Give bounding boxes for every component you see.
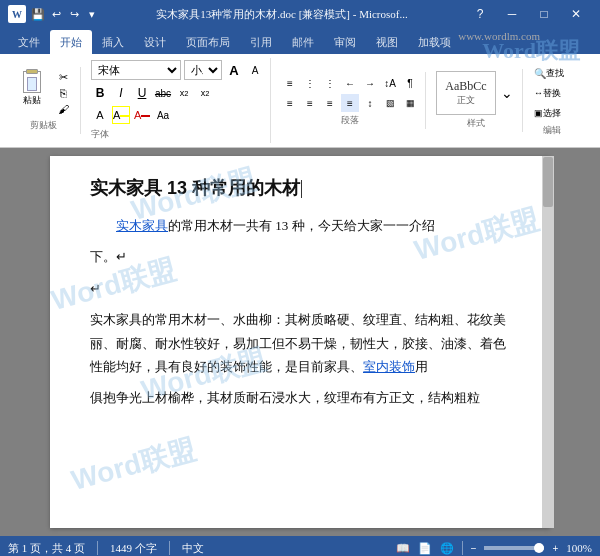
font-color-button[interactable]: A <box>133 106 151 124</box>
style-label: 样式 <box>467 117 485 130</box>
tab-addins[interactable]: 加载项 <box>408 30 461 54</box>
style-dropdown-button[interactable]: ⌄ <box>498 71 516 115</box>
paragraph-label: 段落 <box>341 114 359 127</box>
cursor <box>301 180 302 198</box>
zoom-slider[interactable] <box>484 546 544 550</box>
numbering-button[interactable]: ⋮ <box>301 74 319 92</box>
font-name-select[interactable]: 宋体 <box>91 60 181 80</box>
para-row1: ≡ ⋮ ⋮ ← → ↕A ¶ <box>281 74 419 92</box>
bold-button[interactable]: B <box>91 84 109 102</box>
case-button[interactable]: Aa <box>154 106 172 124</box>
style-group: AaBbCc 正文 ⌄ 样式 <box>430 69 523 132</box>
strikethrough-button[interactable]: abc <box>154 84 172 102</box>
subscript-button[interactable]: x2 <box>175 84 193 102</box>
word-count: 1449 个字 <box>110 541 157 556</box>
document-page: Word联盟 Word联盟 Word联盟 Word联盟 Word联盟 实木家具 … <box>50 156 550 528</box>
intro-link-shumu[interactable]: 实木家具 <box>116 218 168 233</box>
ribbon-content: 粘贴 ✂ ⎘ 🖌 剪贴板 宋体 小二 A A B I U abc x <box>0 54 600 148</box>
tab-design[interactable]: 设计 <box>134 30 176 54</box>
select-button[interactable]: ▣ 选择 <box>531 104 573 122</box>
edit-label: 编辑 <box>543 124 561 137</box>
shading-button[interactable]: ▧ <box>381 94 399 112</box>
clear-format-button[interactable]: A <box>91 106 109 124</box>
language: 中文 <box>182 541 204 556</box>
window-title: 实木家具13种常用的木材.doc [兼容模式] - Microsof... <box>100 7 464 22</box>
increase-indent-button[interactable]: → <box>361 74 379 92</box>
align-center-button[interactable]: ≡ <box>301 94 319 112</box>
paste-label: 粘贴 <box>23 94 41 107</box>
tab-mailings[interactable]: 邮件 <box>282 30 324 54</box>
show-marks-button[interactable]: ¶ <box>401 74 419 92</box>
tab-references[interactable]: 引用 <box>240 30 282 54</box>
line-spacing-button[interactable]: ↕ <box>361 94 379 112</box>
intro-suffix: 下。↵ <box>90 245 510 268</box>
intro-middle: 的常用木材一共有 13 种，今天给大家一一介绍 <box>168 218 435 233</box>
tab-pagelayout[interactable]: 页面布局 <box>176 30 240 54</box>
paste-button[interactable]: 粘贴 <box>12 69 52 107</box>
customize-button[interactable]: ▾ <box>84 6 100 22</box>
decrease-indent-button[interactable]: ← <box>341 74 359 92</box>
sort-button[interactable]: ↕A <box>381 74 399 92</box>
tab-file[interactable]: 文件 <box>8 30 50 54</box>
tab-view[interactable]: 视图 <box>366 30 408 54</box>
font-grow-button[interactable]: A <box>225 61 243 79</box>
zoom-thumb <box>534 543 544 553</box>
status-bar: 第 1 页，共 4 页 1449 个字 中文 📖 📄 🌐 − + 100% <box>0 536 600 556</box>
view-page-button[interactable]: 📄 <box>418 542 432 555</box>
font-size-select[interactable]: 小二 <box>184 60 222 80</box>
tab-review[interactable]: 审阅 <box>324 30 366 54</box>
help-button[interactable]: ? <box>464 4 496 24</box>
underline-button[interactable]: U <box>133 84 151 102</box>
restore-button[interactable]: □ <box>528 4 560 24</box>
replace-button[interactable]: ↔ 替换 <box>531 84 573 102</box>
clipboard-label: 剪贴板 <box>30 119 57 132</box>
undo-button[interactable]: ↩ <box>48 6 64 22</box>
font-row2: B I U abc x2 x2 <box>91 84 264 102</box>
clipboard-group: 粘贴 ✂ ⎘ 🖌 剪贴板 <box>6 67 81 134</box>
blank-para: ↵ <box>90 277 510 300</box>
scrollbar[interactable] <box>542 156 554 528</box>
body-link-indoor[interactable]: 室内装饰 <box>363 359 415 374</box>
document-container: Word联盟 Word联盟 Word联盟 Word联盟 Word联盟 实木家具 … <box>0 148 600 536</box>
copy-button[interactable]: ⎘ <box>54 85 72 101</box>
find-button[interactable]: 🔍 查找 <box>531 64 573 82</box>
font-shrink-button[interactable]: A <box>246 61 264 79</box>
page-info: 第 1 页，共 4 页 <box>8 541 85 556</box>
cut-button[interactable]: ✂ <box>54 69 72 85</box>
watermark-5: Word联盟 <box>67 430 200 500</box>
status-right: 📖 📄 🌐 − + 100% <box>396 541 592 555</box>
save-button[interactable]: 💾 <box>30 6 46 22</box>
body-paragraph: 实木家具的常用木材一、水曲柳：其树质略硬、纹理直、结构粗、花纹美丽、耐腐、耐水性… <box>90 308 510 378</box>
align-right-button[interactable]: ≡ <box>321 94 339 112</box>
zoom-level: 100% <box>566 542 592 554</box>
tab-insert[interactable]: 插入 <box>92 30 134 54</box>
style-normal-box[interactable]: AaBbCc 正文 <box>436 71 496 115</box>
font-group: 宋体 小二 A A B I U abc x2 x2 A A A <box>85 58 271 143</box>
view-web-button[interactable]: 🌐 <box>440 542 454 555</box>
zoom-in-button[interactable]: + <box>552 543 558 554</box>
format-painter-button[interactable]: 🖌 <box>54 101 72 117</box>
para-row2: ≡ ≡ ≡ ≡ ↕ ▧ ▦ <box>281 94 419 112</box>
italic-button[interactable]: I <box>112 84 130 102</box>
superscript-button[interactable]: x2 <box>196 84 214 102</box>
redo-button[interactable]: ↪ <box>66 6 82 22</box>
multilevel-button[interactable]: ⋮ <box>321 74 339 92</box>
zoom-out-button[interactable]: − <box>471 543 477 554</box>
tab-home[interactable]: 开始 <box>50 30 92 54</box>
borders-button[interactable]: ▦ <box>401 94 419 112</box>
view-read-button[interactable]: 📖 <box>396 542 410 555</box>
highlight-button[interactable]: A <box>112 106 130 124</box>
align-left-button[interactable]: ≡ <box>281 94 299 112</box>
title-bar-left: W 💾 ↩ ↪ ▾ <box>8 5 100 23</box>
minimize-button[interactable]: ─ <box>496 4 528 24</box>
continuation-para: 俱抱争光上材榆桦，其材质耐石浸水大，纹理布有方正文，结构粗粒 <box>90 386 510 409</box>
undo-redo-group: 💾 ↩ ↪ ▾ <box>30 6 100 22</box>
justify-button[interactable]: ≡ <box>341 94 359 112</box>
status-left: 第 1 页，共 4 页 1449 个字 中文 <box>8 541 204 556</box>
font-row3: A A A Aa <box>91 106 264 124</box>
scrollbar-thumb[interactable] <box>543 157 553 207</box>
document-title: 实木家具 13 种常用的木材 <box>90 176 510 200</box>
close-button[interactable]: ✕ <box>560 4 592 24</box>
edit-group: 🔍 查找 ↔ 替换 ▣ 选择 编辑 <box>527 62 577 139</box>
bullets-button[interactable]: ≡ <box>281 74 299 92</box>
